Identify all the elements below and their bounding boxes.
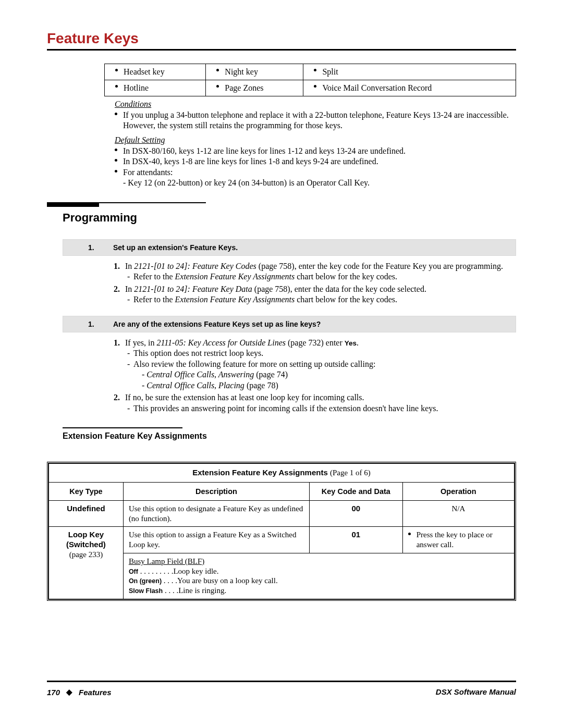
default-subitem: - Key 12 (on 22-button) or key 24 (on 34…	[123, 178, 370, 187]
proc-dash: Refer to the Extension Feature Key Assig…	[133, 295, 397, 304]
description-cell: Use this option to assign a Feature Key …	[123, 527, 309, 553]
instructions-block-1: 1. Set up an extension's Feature Keys. 1…	[63, 239, 516, 305]
table-header: Operation	[402, 482, 514, 500]
key-code-cell: 00	[310, 500, 403, 527]
description-cell: Use this option to designate a Feature K…	[123, 500, 309, 527]
chart-divider	[63, 427, 182, 428]
instructions-block-2: 1. Are any of the extensions Feature Key…	[63, 316, 516, 414]
proc-dash: Also review the following feature for mo…	[133, 360, 375, 368]
footer-manual-label: DSX Software Manual	[436, 687, 516, 697]
proc-subdash: - Central Office Calls, Placing (page 78…	[142, 381, 278, 390]
footer-rule	[47, 681, 516, 682]
grid-cell: Page Zones	[225, 83, 263, 92]
step-number: 1.	[88, 243, 94, 252]
step-bar: 1. Are any of the extensions Feature Key…	[63, 316, 516, 332]
proc-number: 2.	[114, 284, 120, 294]
section-heading-programming: Programming	[63, 211, 516, 225]
key-type-ref: (page 233)	[54, 550, 118, 560]
table-row: Undefined Use this option to designate a…	[49, 500, 515, 527]
table-row: Loop Key (Switched) (page 233) Use this …	[49, 527, 515, 553]
table-header: Key Code and Data	[310, 482, 403, 500]
grid-cell: Headset key	[124, 67, 165, 76]
condition-item: If you unplug a 34-button telephone and …	[123, 110, 509, 130]
table-header: Description	[123, 482, 309, 500]
default-item: In DSX-80/160, keys 1-12 are line keys f…	[123, 146, 406, 155]
proc-dash: This provides an answering point for inc…	[133, 404, 438, 413]
operation-cell: N/A	[402, 500, 514, 527]
key-code-cell: 01	[310, 527, 403, 553]
page-title: Feature Keys	[47, 30, 516, 51]
proc-number: 1.	[114, 338, 120, 348]
proc-text: If no, be sure the extension has at leas…	[125, 393, 364, 402]
step-title: Are any of the extensions Feature Keys s…	[113, 320, 321, 328]
step-bar: 1. Set up an extension's Feature Keys.	[63, 239, 516, 256]
proc-text: In 2121-[01 to 24]: Feature Key Data (pa…	[125, 285, 426, 293]
proc-dash: Refer to the Extension Feature Key Assig…	[133, 272, 397, 281]
feature-key-grid: Headset key Night key Split Hotline Page…	[104, 64, 516, 96]
proc-text: If yes, in 2111-05: Key Access for Outsi…	[125, 338, 359, 347]
proc-number: 2.	[114, 392, 120, 403]
diamond-icon: ◆	[66, 687, 72, 697]
chart-title: Extension Feature Key Assignments	[63, 431, 516, 441]
assignment-table: Extension Feature Key Assignments (Page …	[47, 462, 516, 601]
page-footer: 170 ◆ Features DSX Software Manual	[47, 681, 516, 697]
proc-dash: This option does not restrict loop keys.	[133, 349, 263, 357]
footer-section-label: Features	[79, 688, 112, 697]
conditions-block: Conditions If you unplug a 34-button tel…	[115, 100, 516, 189]
grid-cell: Split	[322, 67, 338, 76]
default-item: For attendants:	[123, 168, 173, 177]
divider-bar	[47, 202, 99, 207]
proc-text: In 2121-[01 to 24]: Feature Key Codes (p…	[125, 262, 503, 270]
key-type: Undefined	[67, 504, 105, 513]
default-item: In DSX-40, keys 1-8 are line keys for li…	[123, 157, 378, 166]
step-title: Set up an extension's Feature Keys.	[113, 243, 238, 252]
page-number: 170	[47, 688, 60, 697]
grid-cell: Voice Mail Conversation Record	[322, 83, 432, 92]
table-title-cell: Extension Feature Key Assignments (Page …	[49, 463, 515, 482]
proc-subdash: - Central Office Calls, Answering (page …	[142, 370, 288, 379]
grid-cell: Night key	[225, 67, 258, 76]
blf-title: Busy Lamp Field (BLF)	[129, 557, 509, 566]
default-setting-heading: Default Setting	[115, 135, 516, 145]
blf-cell: Busy Lamp Field (BLF) Off . . . . . . . …	[123, 553, 514, 599]
proc-number: 1.	[114, 261, 120, 272]
conditions-heading: Conditions	[115, 100, 516, 109]
grid-cell: Hotline	[124, 83, 149, 92]
key-type: Loop Key (Switched)	[54, 530, 118, 550]
operation-cell: Press the key to place or answer call.	[402, 527, 514, 553]
table-header: Key Type	[49, 482, 124, 500]
step-number: 1.	[88, 320, 94, 328]
